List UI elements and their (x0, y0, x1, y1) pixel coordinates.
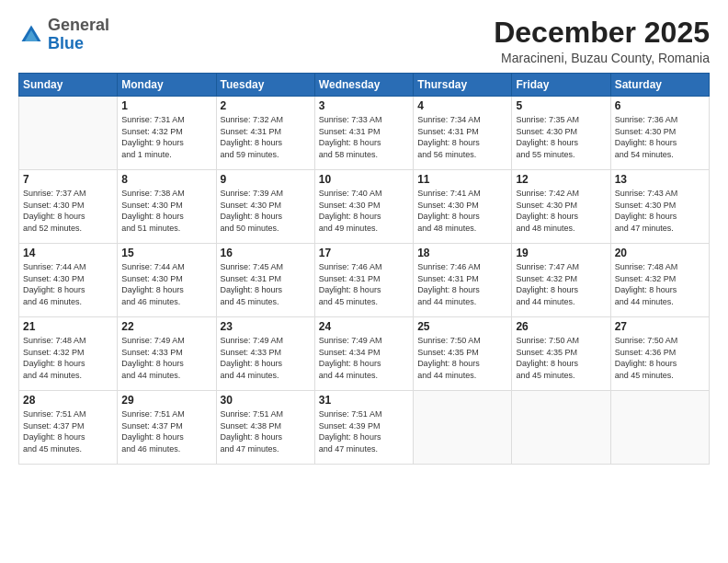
day-cell: 19Sunrise: 7:47 AM Sunset: 4:32 PM Dayli… (512, 244, 610, 317)
day-number: 21 (23, 320, 113, 333)
day-info: Sunrise: 7:49 AM Sunset: 4:33 PM Dayligh… (221, 335, 311, 381)
day-number: 1 (121, 99, 211, 112)
day-number: 12 (516, 173, 606, 186)
day-info: Sunrise: 7:50 AM Sunset: 4:36 PM Dayligh… (615, 335, 705, 381)
day-info: Sunrise: 7:36 AM Sunset: 4:30 PM Dayligh… (615, 114, 705, 160)
week-row-2: 7Sunrise: 7:37 AM Sunset: 4:30 PM Daylig… (19, 170, 710, 244)
day-info: Sunrise: 7:44 AM Sunset: 4:30 PM Dayligh… (23, 261, 113, 307)
day-info: Sunrise: 7:47 AM Sunset: 4:32 PM Dayligh… (516, 261, 606, 307)
day-info: Sunrise: 7:45 AM Sunset: 4:31 PM Dayligh… (221, 261, 311, 307)
day-info: Sunrise: 7:49 AM Sunset: 4:33 PM Dayligh… (121, 335, 211, 381)
logo-text: General Blue (48, 17, 109, 53)
col-header-friday: Friday (512, 74, 610, 97)
month-year-title: December 2025 (494, 17, 710, 49)
logo-general-text: General (48, 16, 109, 34)
day-number: 5 (516, 99, 606, 112)
day-cell: 9Sunrise: 7:39 AM Sunset: 4:30 PM Daylig… (216, 170, 314, 244)
location-subtitle: Maracineni, Buzau County, Romania (494, 51, 710, 65)
day-info: Sunrise: 7:37 AM Sunset: 4:30 PM Dayligh… (23, 188, 113, 234)
day-number: 28 (23, 394, 113, 407)
day-number: 25 (417, 320, 507, 333)
day-info: Sunrise: 7:49 AM Sunset: 4:34 PM Dayligh… (319, 335, 409, 381)
day-number: 10 (319, 173, 409, 186)
title-block: December 2025 Maracineni, Buzau County, … (494, 17, 710, 65)
day-info: Sunrise: 7:50 AM Sunset: 4:35 PM Dayligh… (417, 335, 507, 381)
logo: General Blue (18, 17, 109, 53)
day-cell: 25Sunrise: 7:50 AM Sunset: 4:35 PM Dayli… (414, 317, 512, 391)
day-cell: 30Sunrise: 7:51 AM Sunset: 4:38 PM Dayli… (216, 391, 314, 465)
week-row-5: 28Sunrise: 7:51 AM Sunset: 4:37 PM Dayli… (19, 391, 710, 465)
day-info: Sunrise: 7:34 AM Sunset: 4:31 PM Dayligh… (417, 114, 507, 160)
day-number: 7 (23, 173, 113, 186)
day-number: 11 (417, 173, 507, 186)
day-info: Sunrise: 7:31 AM Sunset: 4:32 PM Dayligh… (121, 114, 211, 160)
day-cell: 27Sunrise: 7:50 AM Sunset: 4:36 PM Dayli… (610, 317, 709, 391)
day-cell: 6Sunrise: 7:36 AM Sunset: 4:30 PM Daylig… (610, 97, 709, 170)
day-cell: 1Sunrise: 7:31 AM Sunset: 4:32 PM Daylig… (118, 97, 216, 170)
col-header-wednesday: Wednesday (314, 74, 413, 97)
day-cell: 29Sunrise: 7:51 AM Sunset: 4:37 PM Dayli… (118, 391, 216, 465)
day-cell: 13Sunrise: 7:43 AM Sunset: 4:30 PM Dayli… (610, 170, 709, 244)
week-row-3: 14Sunrise: 7:44 AM Sunset: 4:30 PM Dayli… (19, 244, 710, 317)
day-cell: 28Sunrise: 7:51 AM Sunset: 4:37 PM Dayli… (19, 391, 118, 465)
day-cell: 22Sunrise: 7:49 AM Sunset: 4:33 PM Dayli… (118, 317, 216, 391)
day-number: 17 (319, 247, 409, 259)
day-info: Sunrise: 7:48 AM Sunset: 4:32 PM Dayligh… (615, 261, 705, 307)
day-number: 30 (221, 394, 311, 407)
day-info: Sunrise: 7:35 AM Sunset: 4:30 PM Dayligh… (516, 114, 606, 160)
day-number: 13 (615, 173, 705, 186)
day-info: Sunrise: 7:32 AM Sunset: 4:31 PM Dayligh… (221, 114, 311, 160)
day-info: Sunrise: 7:51 AM Sunset: 4:39 PM Dayligh… (319, 408, 409, 454)
day-info: Sunrise: 7:39 AM Sunset: 4:30 PM Dayligh… (221, 188, 311, 234)
page: General Blue December 2025 Maracineni, B… (0, 0, 728, 563)
col-header-thursday: Thursday (414, 74, 512, 97)
day-cell: 7Sunrise: 7:37 AM Sunset: 4:30 PM Daylig… (19, 170, 118, 244)
week-row-4: 21Sunrise: 7:48 AM Sunset: 4:32 PM Dayli… (19, 317, 710, 391)
day-cell: 3Sunrise: 7:33 AM Sunset: 4:31 PM Daylig… (314, 97, 413, 170)
day-cell: 15Sunrise: 7:44 AM Sunset: 4:30 PM Dayli… (118, 244, 216, 317)
day-info: Sunrise: 7:33 AM Sunset: 4:31 PM Dayligh… (319, 114, 409, 160)
day-cell (512, 391, 610, 465)
day-cell: 14Sunrise: 7:44 AM Sunset: 4:30 PM Dayli… (19, 244, 118, 317)
day-number: 19 (516, 247, 606, 259)
logo-icon (18, 22, 44, 48)
day-number: 15 (121, 247, 211, 259)
day-info: Sunrise: 7:44 AM Sunset: 4:30 PM Dayligh… (121, 261, 211, 307)
col-header-saturday: Saturday (610, 74, 709, 97)
logo-blue-text: Blue (48, 34, 84, 52)
week-row-1: 1Sunrise: 7:31 AM Sunset: 4:32 PM Daylig… (19, 97, 710, 170)
day-info: Sunrise: 7:50 AM Sunset: 4:35 PM Dayligh… (516, 335, 606, 381)
day-number: 9 (221, 173, 311, 186)
day-number: 16 (221, 247, 311, 259)
day-number: 27 (615, 320, 705, 333)
day-info: Sunrise: 7:51 AM Sunset: 4:38 PM Dayligh… (221, 408, 311, 454)
day-cell: 17Sunrise: 7:46 AM Sunset: 4:31 PM Dayli… (314, 244, 413, 317)
day-info: Sunrise: 7:42 AM Sunset: 4:30 PM Dayligh… (516, 188, 606, 234)
day-cell: 11Sunrise: 7:41 AM Sunset: 4:30 PM Dayli… (414, 170, 512, 244)
day-cell: 24Sunrise: 7:49 AM Sunset: 4:34 PM Dayli… (314, 317, 413, 391)
day-info: Sunrise: 7:43 AM Sunset: 4:30 PM Dayligh… (615, 188, 705, 234)
day-number: 22 (121, 320, 211, 333)
day-number: 6 (615, 99, 705, 112)
calendar-header-row: SundayMondayTuesdayWednesdayThursdayFrid… (19, 74, 710, 97)
day-number: 31 (319, 394, 409, 407)
day-cell: 16Sunrise: 7:45 AM Sunset: 4:31 PM Dayli… (216, 244, 314, 317)
col-header-sunday: Sunday (19, 74, 118, 97)
day-cell: 21Sunrise: 7:48 AM Sunset: 4:32 PM Dayli… (19, 317, 118, 391)
calendar-table: SundayMondayTuesdayWednesdayThursdayFrid… (18, 73, 710, 465)
day-cell: 10Sunrise: 7:40 AM Sunset: 4:30 PM Dayli… (314, 170, 413, 244)
day-info: Sunrise: 7:51 AM Sunset: 4:37 PM Dayligh… (23, 408, 113, 454)
day-cell: 5Sunrise: 7:35 AM Sunset: 4:30 PM Daylig… (512, 97, 610, 170)
day-cell: 4Sunrise: 7:34 AM Sunset: 4:31 PM Daylig… (414, 97, 512, 170)
day-number: 4 (417, 99, 507, 112)
header: General Blue December 2025 Maracineni, B… (18, 17, 710, 65)
day-number: 2 (221, 99, 311, 112)
day-cell (19, 97, 118, 170)
col-header-monday: Monday (118, 74, 216, 97)
day-cell: 31Sunrise: 7:51 AM Sunset: 4:39 PM Dayli… (314, 391, 413, 465)
day-number: 23 (221, 320, 311, 333)
day-info: Sunrise: 7:48 AM Sunset: 4:32 PM Dayligh… (23, 335, 113, 381)
day-cell: 23Sunrise: 7:49 AM Sunset: 4:33 PM Dayli… (216, 317, 314, 391)
day-cell: 8Sunrise: 7:38 AM Sunset: 4:30 PM Daylig… (118, 170, 216, 244)
day-info: Sunrise: 7:46 AM Sunset: 4:31 PM Dayligh… (319, 261, 409, 307)
